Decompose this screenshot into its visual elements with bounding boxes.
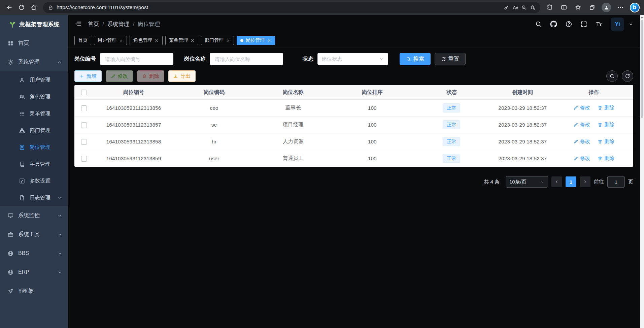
chevron-down-icon (540, 180, 544, 184)
add-button[interactable]: 新增 (74, 70, 102, 82)
select-all-checkbox[interactable] (81, 90, 87, 95)
post-name-label: 岗位名称 (184, 56, 206, 63)
tab-user-management[interactable]: 用户管理 (94, 36, 127, 45)
font-size-button[interactable] (596, 21, 603, 28)
address-bar[interactable]: https://ccnetcore.com:1101/system/post (43, 2, 540, 13)
row-checkbox-cell (74, 105, 93, 111)
show-search-toggle-button[interactable] (606, 70, 618, 82)
github-link[interactable] (550, 21, 557, 28)
add-favorite-icon[interactable] (530, 5, 536, 10)
export-button[interactable]: 导出 (168, 70, 196, 82)
close-icon[interactable] (267, 38, 271, 43)
breadcrumb-current: 岗位管理 (138, 21, 160, 28)
close-icon[interactable] (190, 38, 195, 43)
read-aloud-icon[interactable] (512, 5, 518, 10)
url-text[interactable]: https://ccnetcore.com:1101/system/post (57, 4, 501, 10)
prev-page-button[interactable] (551, 176, 562, 187)
row-delete-link[interactable]: 删除 (598, 122, 614, 128)
close-icon[interactable] (226, 38, 230, 43)
close-icon[interactable] (155, 38, 159, 43)
sidebar-item-system-management[interactable]: 系统管理 (0, 53, 68, 71)
row-delete-link[interactable]: 删除 (598, 138, 614, 145)
sidebar-item-erp[interactable]: ERP (0, 263, 68, 282)
row-delete-link[interactable]: 删除 (598, 105, 614, 111)
collections-button[interactable] (586, 2, 598, 13)
fullscreen-button[interactable] (580, 21, 588, 28)
sidebar-item-role-management[interactable]: 角色管理 (0, 88, 68, 105)
sidebar-item-bbs[interactable]: BBS (0, 244, 68, 263)
row-checkbox[interactable] (81, 139, 87, 145)
sidebar-item-dict-management[interactable]: 字典管理 (0, 156, 68, 172)
home-button[interactable] (28, 2, 40, 13)
password-key-icon[interactable] (504, 5, 509, 10)
page-size-select[interactable]: 10条/页 (506, 176, 548, 188)
goto-page-input[interactable] (607, 176, 625, 188)
row-checkbox[interactable] (81, 156, 87, 162)
status-badge: 正常 (443, 137, 460, 146)
sidebar-toggle-button[interactable] (74, 20, 82, 28)
search-button[interactable]: 搜索 (400, 53, 431, 65)
row-checkbox[interactable] (81, 122, 87, 128)
page-number-button[interactable]: 1 (566, 176, 576, 187)
header-tools: Yi (535, 18, 633, 31)
col-create-time: 创建时间 (491, 89, 554, 96)
tab-role-management[interactable]: 角色管理 (130, 36, 163, 45)
bing-copilot-button[interactable]: b (629, 2, 641, 13)
cell-create-time: 2023-03-29 18:52:37 (491, 139, 554, 145)
avatar-caret-icon[interactable] (629, 22, 633, 27)
close-icon[interactable] (119, 38, 123, 43)
tab-home[interactable]: 首页 (74, 36, 91, 45)
row-edit-link[interactable]: 修改 (573, 138, 590, 145)
cell-status: 正常 (412, 137, 490, 146)
extensions-button[interactable] (544, 2, 556, 13)
breadcrumb-system[interactable]: 系统管理 (107, 21, 130, 28)
scrollbar-thumb[interactable] (641, 20, 643, 118)
sidebar-item-post-management[interactable]: 岗位管理 (0, 139, 68, 156)
sidebar-item-param-settings[interactable]: 参数设置 (0, 172, 68, 189)
row-edit-link[interactable]: 修改 (573, 155, 590, 162)
reset-button[interactable]: 重置 (435, 53, 466, 65)
next-page-button[interactable] (580, 176, 590, 187)
header-search-button[interactable] (535, 21, 542, 28)
scrollbar-up-arrow[interactable] (641, 16, 643, 18)
sidebar-item-menu-management[interactable]: 菜单管理 (0, 105, 68, 122)
zoom-out-icon[interactable] (521, 5, 527, 10)
post-code-input[interactable] (104, 56, 169, 62)
row-checkbox[interactable] (81, 105, 87, 111)
refresh-table-button[interactable] (622, 70, 633, 82)
user-avatar[interactable]: Yi (611, 18, 624, 31)
tab-post-management[interactable]: 岗位管理 (237, 36, 275, 45)
site-info-lock-icon[interactable] (48, 5, 54, 10)
table-row: 1641030593112313858 hr 人力资源 100 正常 2023-… (74, 133, 633, 150)
row-delete-link[interactable]: 删除 (598, 155, 614, 162)
favorites-button[interactable] (572, 2, 584, 13)
row-edit-link[interactable]: 修改 (573, 122, 590, 128)
row-edit-link[interactable]: 修改 (573, 105, 590, 111)
page-scrollbar[interactable] (640, 15, 644, 328)
sidebar-item-system-tools[interactable]: 系统工具 (0, 225, 68, 244)
sidebar-item-dept-management[interactable]: 部门管理 (0, 122, 68, 139)
cell-actions: 修改 删除 (554, 138, 633, 145)
post-badge-icon (19, 144, 25, 151)
refresh-button[interactable] (15, 2, 28, 13)
sidebar-item-home[interactable]: 首页 (0, 34, 68, 53)
tab-dept-management[interactable]: 部门管理 (201, 36, 234, 45)
cell-actions: 修改 删除 (554, 155, 633, 162)
search-icon (406, 57, 411, 62)
sidebar-item-log-management[interactable]: 日志管理 (0, 189, 68, 206)
breadcrumb-home[interactable]: 首页 (88, 21, 99, 28)
back-button[interactable] (3, 2, 15, 13)
tab-menu-management[interactable]: 菜单管理 (165, 36, 198, 45)
sidebar-item-system-monitor[interactable]: 系统监控 (0, 206, 68, 225)
chevron-right-icon (583, 179, 587, 184)
tags-view-bar: 首页 用户管理 角色管理 菜单管理 部门管理 岗位管理 (68, 34, 640, 47)
split-screen-button[interactable] (558, 2, 570, 13)
chevron-down-icon (57, 270, 62, 275)
help-button[interactable] (565, 21, 573, 28)
browser-menu-button[interactable] (614, 2, 626, 13)
status-select[interactable]: 岗位状态 (317, 53, 388, 65)
post-name-input[interactable] (214, 56, 279, 62)
sidebar-item-yi-framework[interactable]: Yi框架 (0, 282, 68, 300)
sidebar-item-user-management[interactable]: 用户管理 (0, 71, 68, 88)
browser-profile-button[interactable] (600, 2, 612, 13)
